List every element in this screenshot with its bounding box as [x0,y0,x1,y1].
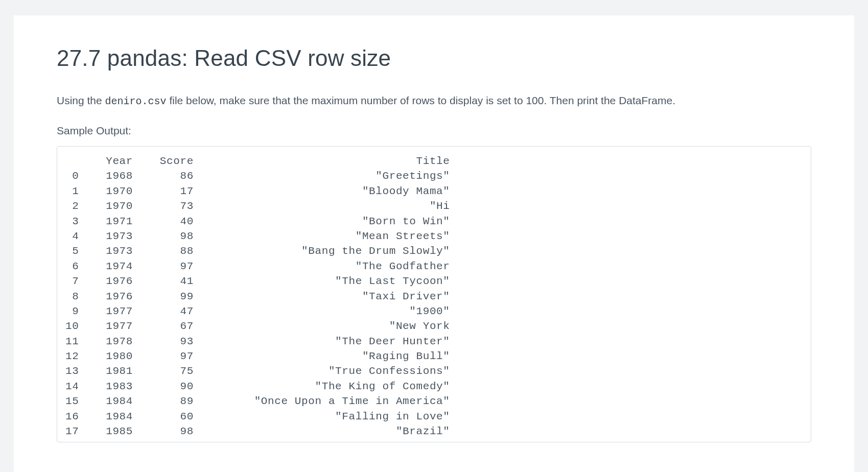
sample-output-pre: Year Score Title 0 1968 86 "Greetings" 1… [65,154,803,439]
instruction-text-suffix: file below, make sure that the maximum n… [167,95,675,106]
instruction-text-prefix: Using the [57,95,105,106]
page-title: 27.7 pandas: Read CSV row size [57,44,811,72]
sample-output-label: Sample Output: [57,125,811,137]
page-wrap: 27.7 pandas: Read CSV row size Using the… [0,15,868,472]
content-card: 27.7 pandas: Read CSV row size Using the… [14,15,854,472]
instruction-paragraph: Using the deniro.csv file below, make su… [57,92,811,109]
filename-code: deniro.csv [105,96,167,107]
sample-output-box: Year Score Title 0 1968 86 "Greetings" 1… [57,146,811,442]
